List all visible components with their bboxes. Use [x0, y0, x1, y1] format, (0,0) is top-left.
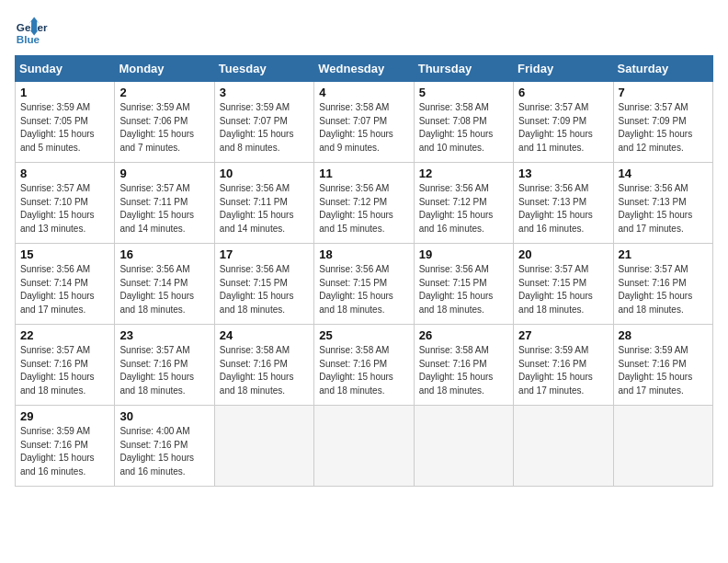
day-info: Sunrise: 3:56 AM Sunset: 7:11 PM Dayligh… — [220, 182, 309, 236]
day-info: Sunrise: 3:57 AM Sunset: 7:16 PM Dayligh… — [619, 263, 708, 316]
calendar-table: SundayMondayTuesdayWednesdayThursdayFrid… — [15, 55, 713, 487]
day-number: 18 — [319, 247, 408, 261]
calendar-week-4: 22 Sunrise: 3:57 AM Sunset: 7:16 PM Dayl… — [16, 325, 713, 406]
day-info: Sunrise: 3:57 AM Sunset: 7:16 PM Dayligh… — [20, 344, 109, 397]
calendar-cell — [514, 406, 613, 487]
day-info: Sunrise: 3:59 AM Sunset: 7:16 PM Dayligh… — [518, 344, 608, 397]
calendar-cell: 8 Sunrise: 3:57 AM Sunset: 7:10 PM Dayli… — [16, 163, 115, 244]
calendar-cell: 14 Sunrise: 3:56 AM Sunset: 7:13 PM Dayl… — [613, 163, 712, 244]
calendar-header-row: SundayMondayTuesdayWednesdayThursdayFrid… — [16, 56, 713, 82]
day-number: 9 — [119, 167, 209, 180]
day-info: Sunrise: 3:56 AM Sunset: 7:15 PM Dayligh… — [419, 263, 508, 316]
day-info: Sunrise: 3:59 AM Sunset: 7:06 PM Dayligh… — [119, 101, 209, 155]
day-info: Sunrise: 3:56 AM Sunset: 7:15 PM Dayligh… — [220, 263, 309, 316]
day-number: 8 — [20, 167, 109, 180]
calendar-cell: 6 Sunrise: 3:57 AM Sunset: 7:09 PM Dayli… — [514, 82, 613, 163]
calendar-cell: 18 Sunrise: 3:56 AM Sunset: 7:15 PM Dayl… — [314, 244, 414, 325]
day-number: 7 — [619, 86, 708, 99]
day-number: 26 — [419, 328, 508, 342]
calendar-cell — [613, 406, 712, 487]
day-number: 14 — [619, 167, 708, 180]
day-number: 25 — [319, 328, 408, 342]
calendar-header-sunday: Sunday — [16, 56, 115, 82]
calendar-cell: 28 Sunrise: 3:59 AM Sunset: 7:16 PM Dayl… — [613, 325, 712, 406]
calendar-cell: 4 Sunrise: 3:58 AM Sunset: 7:07 PM Dayli… — [314, 82, 414, 163]
calendar-header-friday: Friday — [514, 56, 613, 82]
day-info: Sunrise: 3:56 AM Sunset: 7:12 PM Dayligh… — [419, 182, 508, 236]
calendar-cell: 16 Sunrise: 3:56 AM Sunset: 7:14 PM Dayl… — [115, 244, 214, 325]
svg-text:Blue: Blue — [17, 33, 40, 45]
calendar-cell: 15 Sunrise: 3:56 AM Sunset: 7:14 PM Dayl… — [16, 244, 115, 325]
day-number: 21 — [619, 247, 708, 261]
calendar-week-2: 8 Sunrise: 3:57 AM Sunset: 7:10 PM Dayli… — [16, 163, 713, 244]
day-number: 30 — [119, 409, 209, 423]
logo: General Blue — [15, 15, 53, 48]
calendar-week-5: 29 Sunrise: 3:59 AM Sunset: 7:16 PM Dayl… — [16, 406, 713, 487]
calendar-cell: 25 Sunrise: 3:58 AM Sunset: 7:16 PM Dayl… — [314, 325, 414, 406]
day-info: Sunrise: 3:56 AM Sunset: 7:14 PM Dayligh… — [20, 263, 109, 316]
day-number: 28 — [619, 328, 708, 342]
day-number: 29 — [20, 409, 109, 423]
day-info: Sunrise: 3:57 AM Sunset: 7:16 PM Dayligh… — [119, 344, 209, 397]
calendar-header-saturday: Saturday — [613, 56, 712, 82]
day-info: Sunrise: 3:56 AM Sunset: 7:15 PM Dayligh… — [319, 263, 408, 316]
day-info: Sunrise: 3:59 AM Sunset: 7:16 PM Dayligh… — [20, 425, 109, 478]
day-info: Sunrise: 3:57 AM Sunset: 7:10 PM Dayligh… — [20, 182, 109, 236]
day-info: Sunrise: 3:56 AM Sunset: 7:13 PM Dayligh… — [619, 182, 708, 236]
day-number: 5 — [419, 86, 508, 99]
logo-icon: General Blue — [15, 15, 48, 48]
day-info: Sunrise: 3:57 AM Sunset: 7:09 PM Dayligh… — [518, 101, 608, 155]
calendar-cell: 5 Sunrise: 3:58 AM Sunset: 7:08 PM Dayli… — [414, 82, 513, 163]
day-number: 6 — [518, 86, 608, 99]
day-number: 13 — [518, 167, 608, 180]
day-info: Sunrise: 3:57 AM Sunset: 7:15 PM Dayligh… — [518, 263, 608, 316]
day-number: 3 — [220, 86, 309, 99]
calendar-cell: 12 Sunrise: 3:56 AM Sunset: 7:12 PM Dayl… — [414, 163, 513, 244]
calendar-header-thursday: Thursday — [414, 56, 513, 82]
day-info: Sunrise: 3:56 AM Sunset: 7:12 PM Dayligh… — [319, 182, 408, 236]
header: General Blue — [15, 15, 713, 48]
calendar-cell: 13 Sunrise: 3:56 AM Sunset: 7:13 PM Dayl… — [514, 163, 613, 244]
day-number: 16 — [119, 247, 209, 261]
calendar-cell: 27 Sunrise: 3:59 AM Sunset: 7:16 PM Dayl… — [514, 325, 613, 406]
calendar-cell: 1 Sunrise: 3:59 AM Sunset: 7:05 PM Dayli… — [16, 82, 115, 163]
day-number: 19 — [419, 247, 508, 261]
day-info: Sunrise: 4:00 AM Sunset: 7:16 PM Dayligh… — [119, 425, 209, 478]
day-number: 2 — [119, 86, 209, 99]
calendar-week-1: 1 Sunrise: 3:59 AM Sunset: 7:05 PM Dayli… — [16, 82, 713, 163]
day-number: 17 — [220, 247, 309, 261]
day-number: 1 — [20, 86, 109, 99]
calendar-cell — [214, 406, 313, 487]
calendar-cell — [414, 406, 513, 487]
calendar-cell: 23 Sunrise: 3:57 AM Sunset: 7:16 PM Dayl… — [115, 325, 214, 406]
day-number: 27 — [518, 328, 608, 342]
calendar-cell: 26 Sunrise: 3:58 AM Sunset: 7:16 PM Dayl… — [414, 325, 513, 406]
day-info: Sunrise: 3:58 AM Sunset: 7:16 PM Dayligh… — [220, 344, 309, 397]
day-info: Sunrise: 3:56 AM Sunset: 7:14 PM Dayligh… — [119, 263, 209, 316]
calendar-cell: 30 Sunrise: 4:00 AM Sunset: 7:16 PM Dayl… — [115, 406, 214, 487]
calendar-cell — [314, 406, 414, 487]
day-info: Sunrise: 3:57 AM Sunset: 7:11 PM Dayligh… — [119, 182, 209, 236]
day-number: 4 — [319, 86, 408, 99]
day-info: Sunrise: 3:58 AM Sunset: 7:16 PM Dayligh… — [319, 344, 408, 397]
calendar-cell: 10 Sunrise: 3:56 AM Sunset: 7:11 PM Dayl… — [214, 163, 313, 244]
day-info: Sunrise: 3:59 AM Sunset: 7:07 PM Dayligh… — [220, 101, 309, 155]
day-number: 10 — [220, 167, 309, 180]
day-number: 24 — [220, 328, 309, 342]
calendar-cell: 22 Sunrise: 3:57 AM Sunset: 7:16 PM Dayl… — [16, 325, 115, 406]
day-info: Sunrise: 3:59 AM Sunset: 7:05 PM Dayligh… — [20, 101, 109, 155]
calendar-cell: 2 Sunrise: 3:59 AM Sunset: 7:06 PM Dayli… — [115, 82, 214, 163]
day-number: 11 — [319, 167, 408, 180]
calendar-header-wednesday: Wednesday — [314, 56, 414, 82]
calendar-cell: 17 Sunrise: 3:56 AM Sunset: 7:15 PM Dayl… — [214, 244, 313, 325]
calendar-cell: 29 Sunrise: 3:59 AM Sunset: 7:16 PM Dayl… — [16, 406, 115, 487]
calendar-week-3: 15 Sunrise: 3:56 AM Sunset: 7:14 PM Dayl… — [16, 244, 713, 325]
calendar-body: 1 Sunrise: 3:59 AM Sunset: 7:05 PM Dayli… — [16, 82, 713, 487]
calendar-cell: 3 Sunrise: 3:59 AM Sunset: 7:07 PM Dayli… — [214, 82, 313, 163]
day-info: Sunrise: 3:56 AM Sunset: 7:13 PM Dayligh… — [518, 182, 608, 236]
calendar-cell: 21 Sunrise: 3:57 AM Sunset: 7:16 PM Dayl… — [613, 244, 712, 325]
day-number: 20 — [518, 247, 608, 261]
calendar-cell: 20 Sunrise: 3:57 AM Sunset: 7:15 PM Dayl… — [514, 244, 613, 325]
day-number: 23 — [119, 328, 209, 342]
calendar-header-monday: Monday — [115, 56, 214, 82]
